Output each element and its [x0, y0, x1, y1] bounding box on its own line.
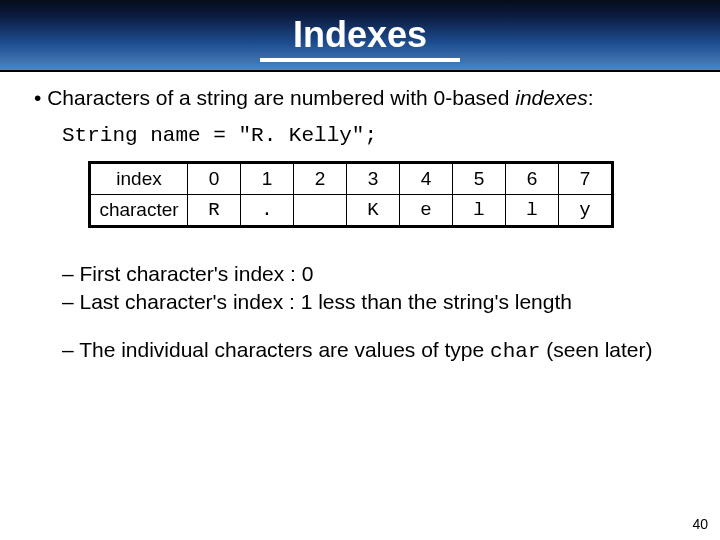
code-line: String name = "R. Kelly";	[62, 124, 692, 147]
table-row: character R . K e l l y	[90, 195, 613, 227]
slide: Indexes Characters of a string are numbe…	[0, 0, 720, 540]
main-bullet-text-pre: Characters of a string are numbered with…	[47, 86, 515, 109]
sub-bullet-list: First character's index : 0 Last charact…	[62, 262, 692, 363]
row-label-character: character	[90, 195, 188, 227]
sub-bullet-3: The individual characters are values of …	[62, 338, 692, 363]
sub-bullet-2: Last character's index : 1 less than the…	[62, 290, 692, 314]
sub-bullet-3-code: char	[490, 340, 540, 363]
table-cell	[294, 195, 347, 227]
main-bullet-list: Characters of a string are numbered with…	[28, 86, 692, 110]
table-cell: e	[400, 195, 453, 227]
table-cell: 3	[347, 163, 400, 195]
sub-bullet-3-post: (seen later)	[540, 338, 652, 361]
table-cell: 1	[241, 163, 294, 195]
table-cell: 5	[453, 163, 506, 195]
table-cell: l	[453, 195, 506, 227]
index-table: index 0 1 2 3 4 5 6 7 character R . K e …	[88, 161, 614, 228]
table-cell: 0	[188, 163, 241, 195]
table-cell: 4	[400, 163, 453, 195]
table-cell: .	[241, 195, 294, 227]
table-cell: 6	[506, 163, 559, 195]
main-bullet: Characters of a string are numbered with…	[34, 86, 692, 110]
sub-bullet-1: First character's index : 0	[62, 262, 692, 286]
table-cell: l	[506, 195, 559, 227]
table-row: index 0 1 2 3 4 5 6 7	[90, 163, 613, 195]
table-cell: K	[347, 195, 400, 227]
table-cell: 2	[294, 163, 347, 195]
main-bullet-text-em: indexes	[515, 86, 587, 109]
row-label-index: index	[90, 163, 188, 195]
main-bullet-text-post: :	[588, 86, 594, 109]
title-underline	[260, 58, 460, 62]
table-cell: y	[559, 195, 613, 227]
table-cell: 7	[559, 163, 613, 195]
page-number: 40	[692, 516, 708, 532]
slide-title: Indexes	[0, 0, 720, 56]
slide-body: Characters of a string are numbered with…	[0, 72, 720, 363]
table-cell: R	[188, 195, 241, 227]
title-band: Indexes	[0, 0, 720, 72]
sub-bullet-3-pre: The individual characters are values of …	[79, 338, 490, 361]
